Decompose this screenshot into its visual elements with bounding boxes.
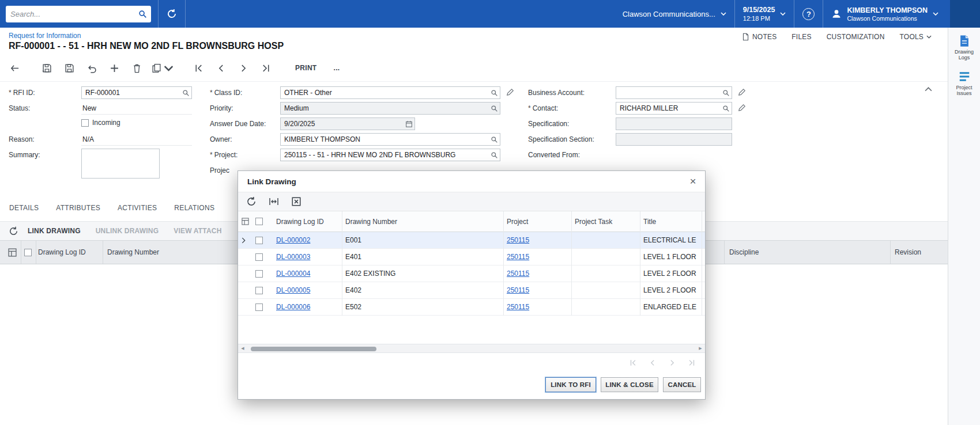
close-icon[interactable]: × [687, 175, 699, 188]
next-page-icon[interactable] [668, 359, 676, 367]
column-header-project-task[interactable]: Project Task [575, 211, 612, 232]
toolbar-more-button[interactable]: ... [328, 64, 346, 72]
owner-field[interactable]: KIMBERLY THOMPSON [280, 133, 500, 146]
edit-class-icon[interactable] [506, 88, 517, 98]
delete-button[interactable] [128, 60, 145, 76]
scroll-right-arrow[interactable]: ▶ [696, 344, 705, 352]
column-header-title[interactable]: Title [643, 211, 656, 232]
files-button[interactable]: FILES [791, 33, 811, 41]
dialog-grid-row[interactable]: DL-000004 E402 EXISTING 250115 LEVEL 2 F… [238, 265, 705, 282]
dialog-grid-row[interactable]: DL-000005 E402 250115 LEVEL 2 FLOOR [238, 282, 705, 299]
print-button[interactable]: PRINT [289, 64, 323, 72]
tab-attributes[interactable]: ATTRIBUTES [56, 204, 100, 215]
add-new-button[interactable] [105, 60, 123, 76]
project-link[interactable]: 250115 [507, 249, 568, 265]
row-checkbox[interactable] [255, 270, 263, 278]
tools-button[interactable]: TOOLS [900, 33, 932, 41]
tab-details[interactable]: DETAILS [9, 204, 39, 215]
previous-record-button[interactable] [212, 60, 229, 76]
refresh-business-date-button[interactable] [159, 0, 185, 28]
dialog-grid-row[interactable]: DL-000002 E001 250115 ELECTRICAL LE [238, 232, 705, 249]
fit-to-screen-icon[interactable] [269, 196, 279, 207]
first-record-button[interactable] [190, 60, 207, 76]
edit-business-account-icon[interactable] [738, 88, 748, 98]
calendar-icon[interactable] [404, 119, 413, 128]
grid-settings-icon[interactable] [242, 211, 249, 232]
grid-settings-icon[interactable] [8, 241, 17, 264]
dialog-refresh-icon[interactable] [246, 196, 257, 207]
drawing-log-id-link[interactable]: DL-000006 [276, 299, 341, 315]
side-panel-toggle[interactable] [950, 0, 980, 28]
column-header-project[interactable]: Project [507, 211, 528, 232]
scrollbar-thumb[interactable] [251, 347, 376, 351]
lookup-icon[interactable] [489, 135, 499, 144]
drawing-log-id-link[interactable]: DL-000003 [276, 249, 341, 265]
link-and-close-button[interactable]: LINK & CLOSE [601, 377, 658, 392]
specification-field[interactable] [616, 117, 732, 130]
column-header-drawing-number[interactable]: Drawing Number [107, 241, 159, 264]
column-header-discipline[interactable]: Discipline [729, 241, 759, 264]
user-menu[interactable]: KIMBERLY THOMPSON Clawson Communications [823, 0, 947, 28]
project-link[interactable]: 250115 [507, 232, 568, 248]
summary-textarea[interactable] [81, 149, 160, 179]
link-drawing-button[interactable]: LINK DRAWING [28, 227, 81, 235]
previous-page-icon[interactable] [649, 359, 657, 367]
scroll-left-arrow[interactable]: ◀ [238, 344, 247, 352]
specification-section-field[interactable] [616, 133, 732, 146]
cancel-button[interactable]: CANCEL [663, 377, 701, 392]
rfi-id-field[interactable]: RF-000001 [81, 86, 192, 99]
project-link[interactable]: 250115 [507, 282, 568, 298]
column-header-drawing-log-id[interactable]: Drawing Log ID [276, 211, 324, 232]
breadcrumb[interactable]: Request for Information [9, 32, 81, 40]
contact-field[interactable]: RICHARD MILLER [616, 102, 732, 115]
drawing-log-id-link[interactable]: DL-000005 [276, 282, 341, 298]
back-button[interactable] [6, 60, 23, 76]
project-link[interactable]: 250115 [507, 265, 568, 282]
business-date-selector[interactable]: 9/15/2025 12:18 PM [735, 0, 794, 28]
lookup-icon[interactable] [489, 104, 499, 113]
row-checkbox[interactable] [255, 303, 263, 311]
company-selector[interactable]: Clawson Communications... [615, 0, 734, 28]
select-all-checkbox[interactable] [255, 211, 263, 232]
horizontal-scrollbar[interactable]: ◀ ▶ [238, 344, 705, 353]
lookup-icon[interactable] [721, 88, 730, 97]
search-input[interactable] [6, 10, 134, 18]
next-record-button[interactable] [235, 60, 252, 76]
project-field[interactable]: 250115 - - 51 - HRH NEW MO 2ND FL BROWNS… [280, 149, 500, 161]
row-checkbox[interactable] [255, 237, 263, 244]
incoming-checkbox[interactable] [81, 119, 89, 127]
answer-due-date-field[interactable]: 9/20/2025 [280, 117, 415, 130]
project-link[interactable]: 250115 [507, 299, 568, 315]
row-checkbox[interactable] [255, 287, 263, 294]
sidebar-item-project-issues[interactable]: Project Issues [949, 70, 979, 97]
priority-field[interactable]: Medium [280, 102, 500, 115]
business-account-field[interactable] [616, 86, 732, 99]
lookup-icon[interactable] [181, 88, 190, 97]
lookup-icon[interactable] [489, 88, 499, 97]
last-page-icon[interactable] [688, 359, 696, 367]
search-icon[interactable] [134, 6, 151, 22]
tab-relations[interactable]: RELATIONS [174, 204, 214, 215]
cancel-undo-button[interactable] [83, 60, 100, 76]
drawing-log-id-link[interactable]: DL-000002 [276, 232, 341, 248]
grid-refresh-button[interactable] [5, 223, 22, 239]
notes-button[interactable]: NOTES [742, 33, 777, 41]
customization-button[interactable]: CUSTOMIZATION [827, 33, 885, 41]
copy-paste-button[interactable] [150, 60, 175, 76]
column-header-revision[interactable]: Revision [895, 241, 921, 264]
save-button[interactable] [61, 60, 78, 76]
dialog-grid-row[interactable]: DL-000003 E401 250115 LEVEL 1 FLOOR [238, 249, 705, 265]
drawing-log-id-link[interactable]: DL-000004 [276, 265, 341, 282]
select-all-checkbox[interactable] [24, 241, 32, 264]
column-header-drawing-number[interactable]: Drawing Number [345, 211, 397, 232]
edit-contact-icon[interactable] [738, 104, 748, 114]
help-button[interactable]: ? [794, 0, 823, 28]
first-page-icon[interactable] [629, 359, 637, 367]
last-record-button[interactable] [257, 60, 274, 76]
collapse-form-button[interactable] [925, 86, 932, 92]
row-checkbox[interactable] [255, 253, 263, 261]
column-header-drawing-log-id[interactable]: Drawing Log ID [38, 241, 86, 264]
class-id-field[interactable]: OTHER - Other [280, 86, 500, 99]
lookup-icon[interactable] [489, 150, 499, 160]
lookup-icon[interactable] [721, 104, 730, 113]
